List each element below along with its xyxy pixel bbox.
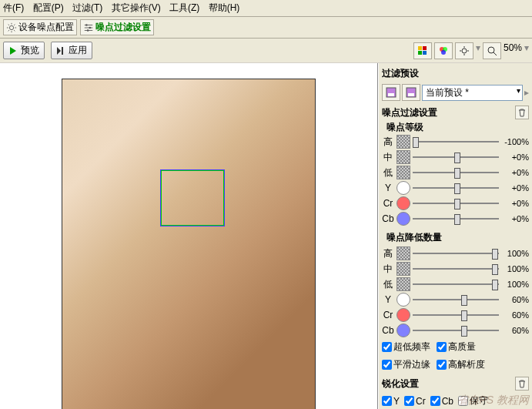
svg-rect-6	[62, 47, 63, 55]
apply-label: 应用	[69, 44, 87, 57]
selection-rectangle[interactable]	[161, 170, 224, 226]
chk-smoothedge[interactable]: 平滑边缘	[382, 358, 430, 371]
svg-marker-5	[57, 47, 61, 55]
chk-highres[interactable]: 高解析度	[437, 358, 485, 371]
toolbar-separator: ▾	[476, 42, 480, 59]
swatch-low	[396, 166, 410, 179]
svg-rect-8	[423, 46, 427, 50]
val-reduce-y: 60%	[501, 295, 529, 304]
val-reduce-low: 100%	[501, 280, 529, 289]
swatch-cr	[396, 196, 410, 210]
svg-marker-4	[10, 47, 16, 55]
zoom-level: 50%	[504, 42, 522, 59]
slider-level-mid[interactable]	[413, 151, 499, 163]
slider-level-low[interactable]	[413, 166, 499, 179]
zoom-tool[interactable]	[483, 42, 501, 59]
preview-button[interactable]: 预览	[3, 42, 45, 59]
slider-reduce-low[interactable]	[413, 278, 499, 290]
preset-menu-arrow[interactable]: ▸	[524, 87, 529, 98]
gear-icon	[6, 22, 17, 33]
apply-button[interactable]: 应用	[51, 42, 92, 59]
slider-reduce-cr[interactable]	[413, 309, 499, 321]
color-tool-2[interactable]	[434, 42, 453, 59]
preset-save-as-button[interactable]	[402, 84, 420, 101]
disk-icon	[406, 87, 417, 98]
menu-config[interactable]: 配置(P)	[33, 2, 64, 13]
svg-point-13	[441, 50, 446, 55]
noise-filter-section-title: 噪点过滤设置	[382, 106, 437, 119]
image-preview	[62, 79, 316, 409]
preset-dropdown[interactable]: 当前预设 *	[422, 85, 523, 101]
menu-bar: 件(F) 配置(P) 过滤(T) 其它操作(V) 工具(Z) 帮助(H)	[0, 0, 532, 17]
val-reduce-cr: 60%	[501, 310, 529, 320]
val-level-y: +0%	[501, 183, 529, 193]
val-level-low: +0%	[501, 168, 529, 177]
preset-row: 当前预设 * ▸	[380, 82, 530, 102]
zoom-dropdown-arrow[interactable]: ▾	[524, 42, 529, 59]
trash-icon	[517, 108, 527, 117]
toolbar-settings: 设备噪点配置 噪点过滤设置	[0, 17, 532, 39]
disk-icon	[386, 87, 396, 98]
menu-filter[interactable]: 过滤(T)	[72, 2, 102, 13]
slider-reduce-high[interactable]	[413, 247, 499, 260]
svg-point-14	[462, 49, 467, 53]
val-level-mid: +0%	[501, 153, 529, 162]
slider-level-cr[interactable]	[413, 197, 499, 210]
chk-ultralow[interactable]: 超低频率	[382, 340, 430, 354]
swatch-high	[396, 135, 410, 149]
svg-point-2	[89, 26, 91, 28]
val-level-high: -100%	[501, 137, 529, 146]
color-tool-1[interactable]	[413, 42, 432, 59]
device-noise-config-button[interactable]: 设备噪点配置	[3, 19, 77, 35]
magnifier-icon	[487, 45, 497, 56]
reset-sharpen-button[interactable]	[515, 377, 529, 391]
sun-icon	[459, 45, 470, 56]
sharpen-section-title: 锐化设置	[382, 377, 419, 391]
swatch-mid	[396, 150, 410, 164]
preset-current-label: 当前预设 *	[426, 87, 469, 98]
menu-tools[interactable]: 工具(Z)	[169, 2, 199, 13]
rgb-icon	[438, 45, 449, 56]
preview-label: 预览	[21, 44, 39, 57]
val-level-cb: +0%	[501, 214, 529, 223]
menu-other[interactable]: 其它操作(V)	[112, 2, 161, 13]
label-y: Y	[382, 183, 394, 193]
svg-rect-9	[418, 51, 422, 55]
slider-level-y[interactable]	[413, 182, 499, 194]
main-area: 过滤预设 当前预设 * ▸ 噪点过滤设置 噪点等级 高-100% 中+0% 低+…	[0, 63, 532, 409]
label-low: 低	[382, 166, 394, 179]
trash-icon	[517, 379, 527, 388]
svg-rect-7	[418, 46, 422, 50]
sliders-icon	[83, 22, 94, 33]
preset-save-button[interactable]	[382, 84, 400, 101]
label-high: 高	[382, 136, 394, 149]
device-noise-config-label: 设备噪点配置	[18, 21, 74, 34]
svg-point-15	[488, 47, 494, 53]
noise-filter-settings-button[interactable]: 噪点过滤设置	[80, 19, 154, 35]
svg-rect-17	[388, 93, 394, 96]
slider-reduce-y[interactable]	[413, 293, 499, 306]
noise-level-subtitle: 噪点等级	[380, 121, 530, 134]
slider-reduce-cb[interactable]	[413, 324, 499, 337]
label-cr: Cr	[382, 198, 394, 209]
slider-level-cb[interactable]	[413, 213, 499, 225]
chk-sharpen-y[interactable]: Y	[382, 394, 400, 407]
play-icon	[8, 46, 18, 55]
swatch-icon	[417, 45, 428, 56]
reset-noise-filter-button[interactable]	[515, 106, 529, 119]
canvas-area[interactable]	[0, 63, 378, 409]
svg-point-0	[9, 25, 13, 29]
chk-highquality[interactable]: 高质量	[437, 340, 476, 354]
svg-rect-10	[423, 51, 427, 55]
brightness-tool[interactable]	[455, 42, 473, 59]
chk-preserve[interactable]: 保守	[458, 394, 488, 407]
label-cb: Cb	[382, 213, 394, 224]
slider-level-high[interactable]	[413, 136, 499, 148]
menu-help[interactable]: 帮助(H)	[209, 2, 240, 13]
swatch-y	[396, 181, 410, 195]
toolbar-actions: 预览 应用 ▾ 50% ▾	[0, 39, 532, 63]
menu-file[interactable]: 件(F)	[3, 2, 24, 13]
chk-sharpen-cb[interactable]: Cb	[430, 394, 453, 407]
slider-reduce-mid[interactable]	[413, 263, 499, 275]
chk-sharpen-cr[interactable]: Cr	[404, 394, 426, 407]
